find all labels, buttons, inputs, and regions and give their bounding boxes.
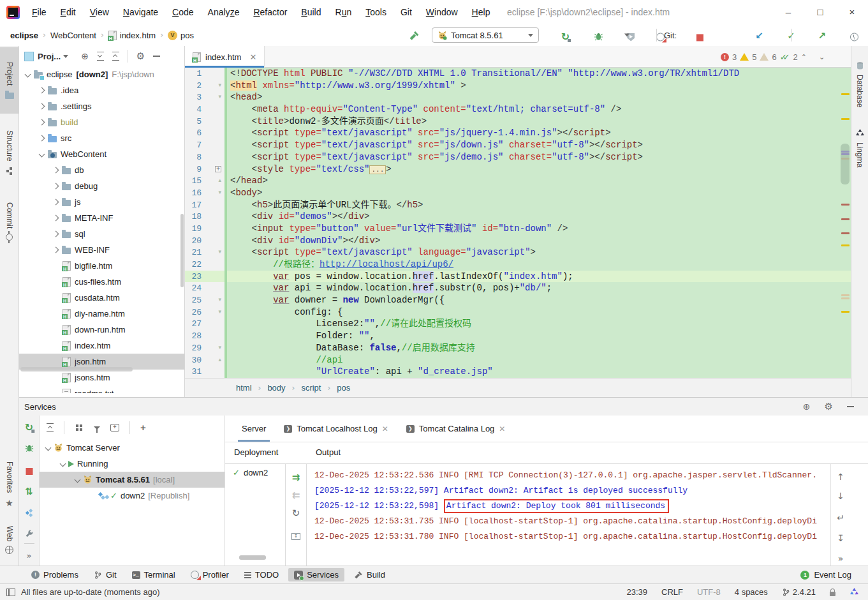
menu-file[interactable]: File — [25, 0, 54, 24]
prev-issue-icon[interactable]: ⌃ — [801, 53, 807, 61]
tree-chevron-icon[interactable] — [53, 247, 59, 253]
fold-marker-icon[interactable]: ▾ — [218, 190, 221, 195]
stripe-button-database[interactable]: Database — [851, 52, 868, 116]
scroll-down-icon[interactable]: ↓ — [837, 491, 844, 501]
tree-item-diy-name-htm[interactable]: diy-name.htm — [19, 306, 184, 322]
breadcrumb-item-pos[interactable]: Vpos — [168, 31, 194, 40]
editor-breadcrumb-pos[interactable]: pos — [337, 383, 350, 393]
folded-region-icon[interactable]: + — [215, 166, 221, 172]
tree-item-db[interactable]: db — [19, 162, 184, 178]
indent-setting[interactable]: 4 spaces — [735, 587, 768, 597]
run-configuration-select[interactable]: Tomcat 8.5.61 — [432, 27, 539, 43]
editor-tab-index-htm[interactable]: index.htm ✕ — [185, 46, 265, 68]
file-encoding[interactable]: UTF-8 — [697, 587, 721, 597]
menu-help[interactable]: Help — [465, 0, 497, 24]
debug-server-icon[interactable] — [25, 444, 34, 453]
tree-item-cus-files-htm[interactable]: cus-files.htm — [19, 274, 184, 290]
fold-marker-icon[interactable]: ▾ — [218, 345, 221, 350]
stop-button[interactable] — [696, 34, 703, 41]
menu-git[interactable]: Git — [394, 0, 419, 24]
close-tab-icon[interactable]: ✕ — [249, 52, 256, 62]
close-button[interactable]: × — [836, 0, 868, 24]
breadcrumb-item-indexhtm[interactable]: index.htm — [108, 31, 156, 40]
tree-chevron-icon[interactable] — [53, 183, 59, 190]
fold-marker-icon[interactable]: ▾ — [218, 94, 221, 100]
tree-item-index-htm[interactable]: index.htm — [19, 338, 184, 354]
menu-code[interactable]: Code — [165, 0, 200, 24]
collapse-all-icon[interactable] — [112, 52, 119, 61]
tree-item-down-run-htm[interactable]: down-run.htm — [19, 322, 184, 338]
maximize-button[interactable]: □ — [804, 0, 836, 24]
lock-icon[interactable] — [830, 592, 835, 596]
service-item-Running[interactable]: Running — [40, 456, 224, 472]
tree-chevron-icon[interactable] — [39, 103, 45, 110]
stripe-button-web[interactable]: Web — [0, 517, 18, 563]
editor-breadcrumb-html[interactable]: html — [236, 383, 252, 393]
next-issue-icon[interactable]: ⌄ — [819, 53, 825, 61]
tree-item-WebContent[interactable]: WebContent — [19, 146, 184, 162]
run-button[interactable]: ↻ — [561, 33, 570, 41]
stripe-button-lingma[interactable]: Lingma — [851, 117, 868, 178]
build-hammer-icon[interactable] — [409, 31, 420, 41]
toolwindow-quick-access-icon[interactable] — [6, 589, 15, 596]
services-gear-icon[interactable]: ⚙ — [825, 402, 833, 412]
tree-chevron-icon[interactable] — [39, 119, 45, 126]
soft-wrap-icon[interactable]: ↵ — [837, 513, 844, 523]
undeploy-icon[interactable]: ⇇ — [292, 490, 300, 501]
scroll-up-icon[interactable]: ↑ — [837, 472, 844, 482]
filter-icon[interactable] — [94, 426, 100, 430]
profiler-chevron-icon[interactable] — [624, 34, 629, 37]
git-push-icon[interactable]: ↗ — [818, 30, 827, 41]
stripe-button-commit[interactable]: Commit — [0, 190, 18, 253]
menu-edit[interactable]: Edit — [54, 0, 83, 24]
fold-marker-icon[interactable]: ▾ — [218, 82, 221, 88]
tree-item-WEB-INF[interactable]: WEB-INF — [19, 242, 184, 258]
stop-server-icon[interactable] — [26, 468, 33, 475]
tree-item-eclipse[interactable]: eclipse [down2] F:\jsp\down — [19, 66, 184, 82]
close-tab-icon[interactable]: ✕ — [499, 424, 505, 433]
tree-item-sql[interactable]: sql — [19, 226, 184, 242]
deploy-icon[interactable]: ⇉ — [292, 472, 300, 483]
tree-item-bigfile-htm[interactable]: bigfile.htm — [19, 258, 184, 274]
tree-item-META-INF[interactable]: META-INF — [19, 210, 184, 226]
project-horizontal-scrollbar[interactable] — [20, 367, 133, 371]
add-frame-icon[interactable]: + — [110, 424, 119, 431]
breadcrumb-item-eclipse[interactable]: eclipse — [10, 31, 38, 40]
line-ending[interactable]: CRLF — [661, 587, 683, 597]
menu-refactor[interactable]: Refactor — [246, 0, 294, 24]
debug-button[interactable] — [594, 32, 603, 41]
project-view-selector[interactable]: Proj... — [38, 52, 61, 61]
stripe-button-project[interactable]: Project — [0, 47, 18, 114]
toolwindow-button-git[interactable]: Git — [88, 568, 122, 581]
tree-chevron-icon[interactable] — [39, 87, 45, 94]
tree-chevron-icon[interactable] — [25, 71, 31, 78]
menu-view[interactable]: View — [83, 0, 116, 24]
stripe-button-structure[interactable]: Structure — [0, 121, 18, 185]
tree-item-jsons-htm[interactable]: jsons.htm — [19, 370, 184, 386]
toolwindow-button-terminal[interactable]: >_Terminal — [126, 568, 181, 581]
console-more-chevron[interactable]: » — [838, 553, 844, 564]
git-update-icon[interactable]: ↙ — [755, 30, 763, 41]
services-horizontal-scrollbar[interactable] — [239, 555, 266, 560]
code-area[interactable]: 1<!DOCTYPE html PUBLIC "-//W3C//DTD XHTM… — [185, 68, 851, 378]
tab-tomcat-localhost-log[interactable]: ❯Tomcat Localhost Log✕ — [277, 416, 395, 442]
menu-analyze[interactable]: Analyze — [201, 0, 247, 24]
tree-item--settings[interactable]: .settings — [19, 98, 184, 114]
tree-item-readme-txt[interactable]: readme.txt — [19, 386, 184, 393]
lingma-status-icon[interactable] — [850, 587, 859, 597]
tree-chevron-icon[interactable] — [39, 135, 45, 142]
tab-tomcat-catalina-log[interactable]: ❯Tomcat Catalina Log✕ — [400, 416, 512, 442]
hide-panel-icon[interactable] — [153, 56, 160, 57]
project-view-chevron-icon[interactable] — [63, 55, 68, 58]
editor-vertical-scrollbar[interactable] — [841, 144, 850, 184]
toolwindow-button-todo[interactable]: TODO — [239, 568, 284, 581]
scroll-to-end-icon[interactable]: ↧ — [837, 533, 844, 543]
caret-position[interactable]: 23:39 — [626, 587, 647, 597]
tree-chevron-icon[interactable] — [53, 215, 59, 221]
inspections-widget[interactable]: ! 3 5 6 ✓✓ 2 ⌃ ⌄ — [721, 51, 825, 63]
menu-tools[interactable]: Tools — [358, 0, 394, 24]
tree-item--idea[interactable]: .idea — [19, 82, 184, 98]
services-hide-icon[interactable] — [847, 406, 854, 407]
menu-navigate[interactable]: Navigate — [116, 0, 165, 24]
service-item-Tomcat-Server[interactable]: Tomcat Server — [40, 440, 224, 456]
